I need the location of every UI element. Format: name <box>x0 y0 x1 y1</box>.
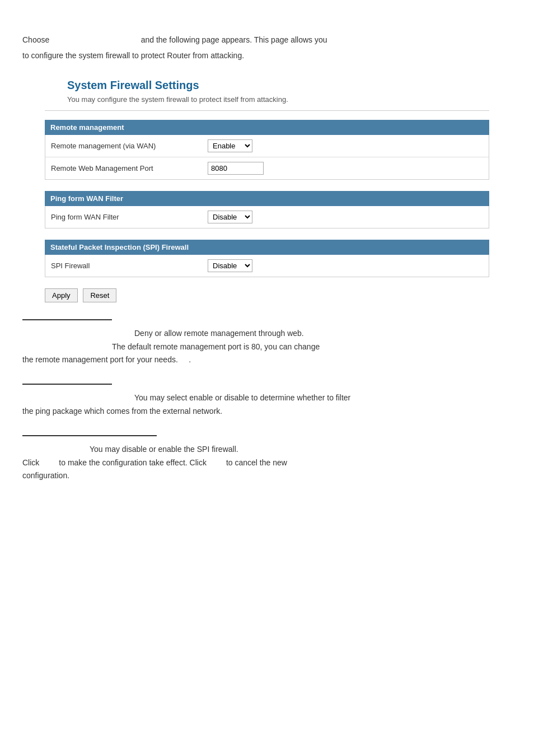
remote-management-wan-control: Enable Disable <box>208 139 483 152</box>
spi-firewall-row: SPI Firewall Disable Enable <box>45 255 489 277</box>
desc-divider-2 <box>22 384 112 385</box>
ping-wan-filter-group: Ping form WAN Filter Ping form WAN Filte… <box>45 191 489 228</box>
description-section-2: You may select enable or disable to dete… <box>22 384 512 418</box>
remote-web-port-row: Remote Web Management Port <box>45 157 489 180</box>
remote-management-wan-row: Remote management (via WAN) Enable Disab… <box>45 135 489 157</box>
intro-choose: Choose <box>22 35 49 44</box>
desc-text-2: You may select enable or disable to dete… <box>22 391 512 418</box>
desc-line-1c: the remote management port for your need… <box>22 353 512 367</box>
desc-text-1: Deny or allow remote management through … <box>22 327 512 367</box>
desc-line-2b: the ping package which comes from the ex… <box>22 405 512 418</box>
spi-firewall-header: Stateful Packet Inspection (SPI) Firewal… <box>45 240 489 255</box>
desc-divider-3 <box>22 435 157 436</box>
apply-button[interactable]: Apply <box>45 288 78 302</box>
firewall-settings-subtitle: You may configure the system firewall to… <box>67 95 489 104</box>
desc-line-3a: You may disable or enable the SPI firewa… <box>22 443 512 456</box>
desc-line-2a: You may select enable or disable to dete… <box>22 391 512 405</box>
remote-management-wan-select[interactable]: Enable Disable <box>208 139 252 152</box>
intro-section: Choose and the following page appears. T… <box>22 34 512 62</box>
description-section-3: You may disable or enable the SPI firewa… <box>22 435 512 483</box>
spi-firewall-label: SPI Firewall <box>51 262 208 270</box>
reset-button[interactable]: Reset <box>83 288 116 302</box>
spi-firewall-control: Disable Enable <box>208 259 483 272</box>
firewall-settings-panel: System Firewall Settings You may configu… <box>45 79 489 302</box>
desc-line-1b: The default remote management port is 80… <box>22 340 512 354</box>
remote-management-wan-label: Remote management (via WAN) <box>51 142 208 150</box>
remote-web-port-control <box>208 162 483 175</box>
remote-web-port-label: Remote Web Management Port <box>51 164 208 172</box>
ping-wan-filter-select[interactable]: Disable Enable <box>208 211 252 223</box>
ping-wan-filter-control: Disable Enable <box>208 211 483 223</box>
firewall-settings-title: System Firewall Settings <box>67 79 489 92</box>
desc-text-3: You may disable or enable the SPI firewa… <box>22 443 512 483</box>
desc-divider-1 <box>22 319 112 320</box>
remote-web-port-input[interactable] <box>208 162 264 175</box>
intro-line2: to configure the system firewall to prot… <box>22 49 512 62</box>
desc-line-3b: Click to make the configuration take eff… <box>22 456 512 470</box>
remote-management-group: Remote management Remote management (via… <box>45 120 489 180</box>
remote-management-header: Remote management <box>45 120 489 135</box>
button-row: Apply Reset <box>45 288 489 302</box>
ping-wan-filter-header: Ping form WAN Filter <box>45 191 489 206</box>
ping-wan-filter-row: Ping form WAN Filter Disable Enable <box>45 206 489 228</box>
ping-wan-filter-label: Ping form WAN Filter <box>51 213 208 221</box>
intro-end: and the following page appears. This pag… <box>141 35 327 44</box>
description-section-1: Deny or allow remote management through … <box>22 319 512 367</box>
spi-firewall-group: Stateful Packet Inspection (SPI) Firewal… <box>45 240 489 277</box>
desc-line-1a: Deny or allow remote management through … <box>22 327 512 340</box>
top-divider <box>45 110 489 111</box>
desc-line-3c: configuration. <box>22 469 512 483</box>
spi-firewall-select[interactable]: Disable Enable <box>208 259 252 272</box>
intro-line1: Choose and the following page appears. T… <box>22 34 512 46</box>
